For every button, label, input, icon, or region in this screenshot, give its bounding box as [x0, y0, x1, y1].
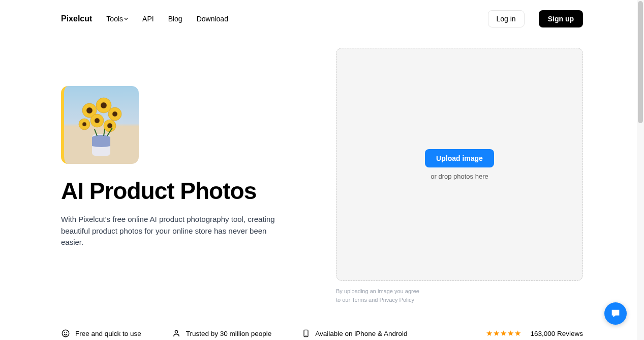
feature-free: Free and quick to use [61, 329, 141, 338]
drop-hint: or drop photos here [431, 173, 488, 180]
top-nav: Pixelcut Tools API Blog Download Log in … [0, 0, 644, 38]
chat-widget-button[interactable] [604, 302, 627, 325]
dropzone[interactable]: Upload image or drop photos here [336, 48, 583, 281]
person-icon [172, 329, 181, 338]
nav-blog[interactable]: Blog [168, 15, 182, 23]
legal-line1: By uploading an image you agree [336, 287, 583, 296]
feature-free-label: Free and quick to use [75, 330, 141, 337]
nav-download[interactable]: Download [197, 15, 228, 23]
chat-icon [610, 308, 621, 319]
upload-image-button[interactable]: Upload image [425, 149, 494, 167]
upload-legal: By uploading an image you agree to our T… [336, 287, 583, 304]
features-bar: Free and quick to use Trusted by 30 mill… [0, 329, 644, 340]
nav-api[interactable]: API [142, 15, 154, 23]
terms-link[interactable]: Terms [352, 297, 367, 303]
hero-left: AI Product Photos With Pixelcut's free o… [61, 48, 316, 304]
star-icon: ★ [493, 329, 500, 338]
smile-icon [61, 329, 70, 338]
star-icon: ★ [486, 329, 493, 338]
page-description: With Pixelcut's free online AI product p… [61, 214, 280, 248]
scrollbar[interactable] [637, 0, 644, 340]
svg-point-18 [306, 335, 306, 336]
page-heading: AI Product Photos [61, 177, 316, 205]
feature-trusted-label: Trusted by 30 million people [186, 330, 271, 337]
product-thumbnail [61, 86, 139, 164]
star-icon: ★ [514, 329, 521, 338]
svg-point-2 [86, 107, 93, 114]
nav-tools[interactable]: Tools [106, 15, 128, 23]
star-rating: ★ ★ ★ ★ ★ [486, 329, 521, 338]
chevron-down-icon [124, 17, 128, 21]
sunflowers-image [64, 86, 139, 164]
signup-button[interactable]: Sign up [539, 10, 583, 27]
brand-logo[interactable]: Pixelcut [61, 14, 92, 23]
svg-point-10 [107, 123, 112, 128]
login-button[interactable]: Log in [488, 10, 525, 27]
feature-trusted: Trusted by 30 million people [172, 329, 271, 338]
phone-icon [302, 329, 310, 338]
svg-point-14 [64, 332, 65, 333]
svg-point-12 [82, 122, 86, 126]
svg-point-8 [95, 118, 100, 123]
legal-line2: to our Terms and Privacy Policy [336, 296, 583, 304]
reviews-block[interactable]: ★ ★ ★ ★ ★ 163,000 Reviews [486, 329, 583, 338]
svg-point-16 [175, 330, 177, 333]
star-icon: ★ [507, 329, 514, 338]
main-content: AI Product Photos With Pixelcut's free o… [0, 38, 644, 304]
star-icon: ★ [500, 329, 507, 338]
svg-point-6 [112, 111, 117, 117]
svg-point-4 [101, 102, 107, 108]
svg-point-13 [62, 330, 69, 337]
feature-mobile-label: Available on iPhone & Android [315, 330, 407, 337]
scrollbar-thumb[interactable] [638, 1, 643, 123]
feature-mobile: Available on iPhone & Android [302, 329, 407, 338]
privacy-link[interactable]: Privacy Policy [379, 297, 414, 303]
nav-tools-label: Tools [106, 15, 123, 23]
reviews-count: 163,000 Reviews [530, 330, 583, 337]
upload-panel: Upload image or drop photos here By uplo… [336, 48, 583, 304]
svg-point-15 [66, 332, 67, 333]
